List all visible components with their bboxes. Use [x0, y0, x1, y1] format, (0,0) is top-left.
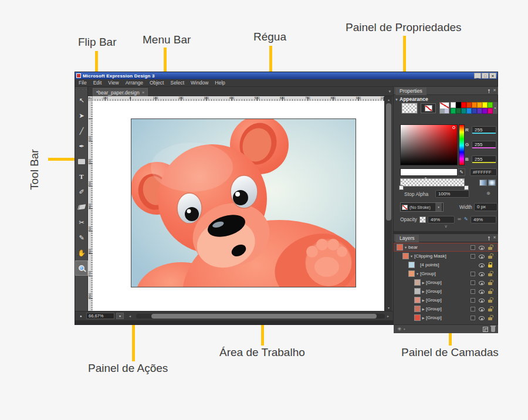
color-swatch[interactable] — [461, 102, 466, 108]
eyedropper-tool[interactable]: ✐ — [75, 184, 88, 199]
color-swatch[interactable] — [451, 102, 456, 108]
scroll-down-icon[interactable]: ▾ — [385, 306, 392, 310]
channel-r-field[interactable]: 255 — [472, 126, 496, 134]
layer-lock-icon[interactable] — [488, 317, 492, 320]
gradient-stop-left[interactable] — [399, 185, 404, 190]
layer-expander-icon[interactable]: ▼ — [403, 246, 408, 249]
stroke-type-dropdown[interactable]: (No Stroke) ▾ — [400, 202, 444, 212]
layer-lock-icon[interactable] — [488, 282, 492, 285]
layer-expander-icon[interactable]: ▶ — [421, 299, 426, 302]
delete-layer-icon[interactable] — [491, 327, 495, 332]
layer-row[interactable]: ▶ [Group] — [394, 296, 498, 304]
layers-pin-icon[interactable] — [488, 236, 490, 238]
pen-tool[interactable]: ✒ — [75, 138, 88, 154]
layer-visibility-icon[interactable] — [479, 316, 485, 320]
layer-checkbox[interactable] — [471, 307, 475, 311]
stroke-dropdown-icon[interactable]: ▾ — [435, 203, 442, 211]
layer-expander-icon[interactable]: ▼ — [409, 255, 414, 258]
horizontal-scrollbar[interactable] — [136, 314, 385, 319]
layer-row[interactable]: ▼ bear — [394, 243, 498, 252]
layer-checkbox[interactable] — [471, 280, 475, 285]
menu-file[interactable]: File — [79, 80, 87, 86]
layer-options-chevron-icon[interactable]: ▾ — [404, 327, 405, 331]
channel-g-field[interactable]: 255 — [472, 141, 496, 148]
layer-lock-icon[interactable] — [488, 309, 492, 311]
scroll-left-icon[interactable]: ◂ — [129, 314, 131, 318]
layer-expander-icon[interactable]: ▶ — [421, 316, 426, 320]
pin-icon[interactable] — [488, 89, 490, 91]
gradient-transform-icon[interactable]: ⊕ — [486, 191, 490, 196]
color-swatch[interactable] — [488, 102, 493, 108]
menu-window[interactable]: Window — [191, 80, 208, 86]
stroke-width-field[interactable]: 0 px — [474, 203, 497, 211]
layer-lock-icon[interactable] — [488, 247, 492, 250]
layer-checkbox[interactable] — [471, 272, 475, 276]
layer-row[interactable]: ▶ [Group] — [394, 304, 498, 313]
layer-row[interactable]: ▶ [Group] — [394, 278, 498, 287]
rectangle-tool[interactable] — [75, 154, 88, 169]
ruler-unit-box[interactable]: Px — [88, 96, 93, 101]
color-swatch[interactable] — [477, 102, 482, 108]
toolbar-grip[interactable]: . . . . . — [75, 87, 87, 93]
layer-lock-icon[interactable] — [488, 265, 492, 267]
section-expander-icon[interactable]: ▼ — [395, 98, 398, 101]
layer-checkbox[interactable] — [471, 298, 475, 303]
layer-lock-icon[interactable] — [488, 256, 492, 259]
layer-checkbox[interactable] — [471, 245, 475, 250]
layer-checkbox[interactable] — [471, 254, 475, 259]
title-bar[interactable]: Microsoft Expression Design 3 _ □ ✕ — [75, 72, 497, 79]
pan-tool[interactable]: ✋ — [75, 245, 88, 260]
layer-visibility-icon[interactable] — [479, 255, 485, 259]
zoom-dropdown-icon[interactable]: ▾ — [116, 313, 124, 319]
layer-visibility-icon[interactable] — [479, 281, 485, 285]
zoom-tool[interactable] — [75, 260, 88, 276]
color-picker-area[interactable] — [400, 124, 458, 165]
minimize-button[interactable]: _ — [474, 73, 481, 79]
scroll-up-icon[interactable]: ▴ — [385, 97, 392, 101]
layer-lock-icon[interactable] — [488, 300, 492, 303]
radial-gradient-button[interactable] — [488, 179, 496, 186]
color-swatch[interactable] — [456, 102, 461, 108]
tab-close-icon[interactable]: × — [142, 90, 145, 95]
text-tool[interactable]: T — [75, 169, 88, 184]
selection-tool[interactable]: ↖ — [75, 93, 88, 108]
menu-select[interactable]: Select — [170, 80, 184, 86]
layer-visibility-icon[interactable] — [479, 272, 485, 276]
layer-lock-icon[interactable] — [488, 291, 492, 294]
fill-swatch-button[interactable] — [402, 103, 417, 113]
menu-arrange[interactable]: Arrange — [126, 80, 143, 86]
color-swatch[interactable] — [466, 102, 472, 108]
vertical-scroll-thumb[interactable] — [386, 103, 391, 221]
horizontal-scroll-thumb[interactable] — [151, 314, 377, 319]
direct-selection-tool[interactable]: ➤ — [75, 108, 88, 123]
color-swatch[interactable] — [456, 108, 461, 114]
scissors-tool[interactable]: ✂ — [75, 215, 88, 230]
layers-panel-title[interactable]: Layers — [395, 235, 419, 242]
layer-expander-icon[interactable]: ▼ — [415, 272, 420, 276]
vertical-scrollbar[interactable]: ▴ ▾ — [384, 96, 392, 311]
color-swatch[interactable] — [482, 102, 488, 108]
link-opacity-icon[interactable]: ∞ — [458, 216, 461, 222]
layer-visibility-icon[interactable] — [479, 299, 485, 303]
restore-button[interactable]: □ — [482, 73, 489, 79]
none-color-swatch[interactable] — [439, 102, 449, 114]
layer-visibility-icon[interactable] — [479, 290, 485, 294]
color-picker-marker[interactable] — [452, 126, 455, 129]
stop-alpha-field[interactable]: 100% — [435, 190, 469, 198]
layer-row[interactable]: ▶ [Group] — [394, 313, 498, 322]
stroke-opacity-field[interactable]: 49% — [471, 216, 496, 223]
work-area[interactable] — [93, 101, 384, 311]
document-tab[interactable]: *bear_paper.design × — [93, 88, 148, 96]
hue-slider[interactable] — [459, 124, 465, 165]
paintbrush-tool[interactable]: ✎ — [75, 230, 88, 245]
channel-b-field[interactable]: 255 — [472, 155, 496, 163]
menu-object[interactable]: Object — [150, 80, 164, 86]
swatch-more-icon[interactable]: ▾ — [493, 102, 497, 114]
close-button[interactable]: ✕ — [489, 73, 496, 79]
layer-visibility-icon[interactable] — [479, 307, 485, 311]
layer-row[interactable]: ▶ [Group] — [394, 287, 498, 296]
color-swatch[interactable] — [482, 108, 488, 114]
layer-options-gear-icon[interactable]: ✳ — [397, 326, 402, 332]
color-swatch[interactable] — [472, 102, 477, 108]
scroll-right-icon[interactable]: ▸ — [387, 314, 389, 318]
